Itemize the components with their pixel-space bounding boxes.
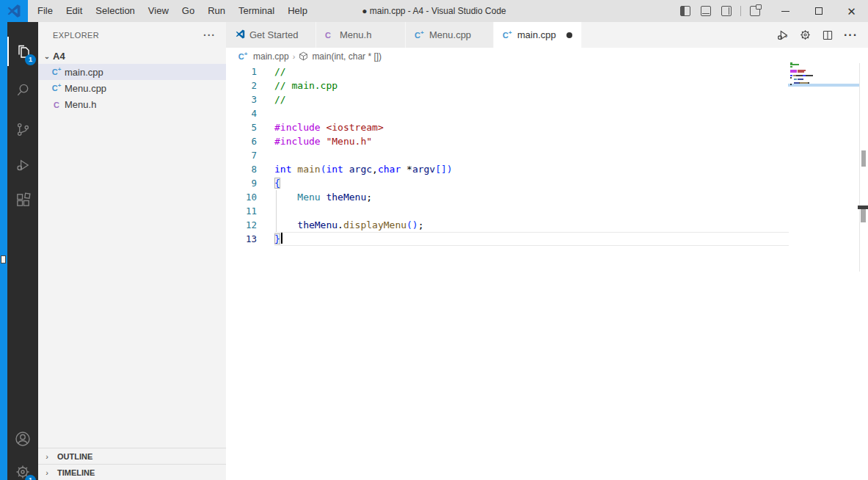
- code-line-12[interactable]: 12 theMenu.displayMenu();: [226, 218, 789, 232]
- code-line-3[interactable]: 3//: [226, 92, 789, 106]
- section-timeline[interactable]: ›TIMELINE: [38, 464, 226, 480]
- tab-menu-h[interactable]: CMenu.h: [316, 22, 406, 48]
- line-number: 13: [226, 232, 274, 246]
- toggle-sidebar-icon[interactable]: [680, 6, 690, 16]
- sidebar-header: EXPLORER ···: [38, 22, 226, 48]
- breadcrumb-file[interactable]: main.cpp: [253, 51, 289, 62]
- menu-help[interactable]: Help: [281, 0, 314, 22]
- code-line-7[interactable]: 7: [226, 148, 789, 162]
- menu-edit[interactable]: Edit: [59, 0, 89, 22]
- token: int: [326, 164, 343, 175]
- code-line-10[interactable]: 10 Menu theMenu;: [226, 190, 789, 204]
- line-content: //: [274, 92, 789, 106]
- menu-go[interactable]: Go: [175, 0, 201, 22]
- code-line-9[interactable]: 9{: [226, 176, 789, 190]
- toggle-secondary-sidebar-icon[interactable]: [721, 6, 732, 16]
- line-number: 6: [226, 134, 274, 148]
- code-line-13[interactable]: 13}: [226, 232, 789, 246]
- code-line-11[interactable]: 11: [226, 204, 789, 218]
- gear-icon[interactable]: [799, 29, 812, 41]
- menu-terminal[interactable]: Terminal: [232, 0, 281, 22]
- line-content: int main(int argc,char *argv[]): [274, 162, 789, 176]
- search-icon: [15, 81, 32, 98]
- code-line-1[interactable]: 1//: [226, 65, 789, 79]
- line-number: 3: [226, 92, 274, 106]
- run-debug-button[interactable]: ⌄: [776, 29, 789, 42]
- token: ;: [418, 219, 424, 230]
- line-number: 7: [226, 148, 274, 162]
- file-label: main.cpp: [65, 67, 103, 78]
- activity-account[interactable]: [7, 424, 38, 454]
- activity-settings[interactable]: 1: [7, 457, 38, 480]
- token: [274, 192, 297, 203]
- minimize-icon: [781, 11, 789, 12]
- line-content: theMenu.displayMenu();: [274, 218, 789, 232]
- editor-actions: ⌄ ···: [776, 22, 868, 48]
- activity-bar: 11: [7, 22, 38, 480]
- more-actions-icon[interactable]: ···: [844, 29, 858, 42]
- code-line-5[interactable]: 5#include <iostream>: [226, 120, 789, 134]
- menu-selection[interactable]: Selection: [89, 0, 141, 22]
- token: *: [406, 164, 412, 175]
- activity-run-debug[interactable]: [7, 150, 38, 180]
- tab-main-cpp[interactable]: C+main.cpp: [494, 22, 582, 48]
- overview-ruler-mark: [861, 209, 866, 222]
- titlebar-divider: [740, 6, 741, 16]
- vscode-logo-icon: [235, 29, 249, 42]
- maximize-button[interactable]: [802, 0, 835, 22]
- folder-row-a4[interactable]: ⌄ A4: [38, 48, 226, 64]
- section-label: TIMELINE: [57, 468, 95, 477]
- tab-label: Menu.cpp: [429, 29, 471, 40]
- token: .: [338, 219, 343, 230]
- cpp-file-icon: C+: [503, 29, 517, 40]
- minimize-button[interactable]: [769, 0, 802, 22]
- menubar: FileEditSelectionViewGoRunTerminalHelp: [28, 0, 314, 22]
- chevron-right-icon: ›: [41, 468, 53, 477]
- activity-source-control[interactable]: [7, 114, 38, 144]
- debug-icon: [15, 157, 32, 174]
- menu-run[interactable]: Run: [201, 0, 232, 22]
- line-content: [274, 148, 789, 162]
- minimap-line: [790, 77, 792, 79]
- activity-extensions[interactable]: [7, 185, 38, 214]
- toggle-panel-icon[interactable]: [701, 6, 711, 16]
- code-line-6[interactable]: 6#include "Menu.h": [226, 134, 789, 148]
- tab-menu-cpp[interactable]: C+Menu.cpp: [406, 22, 494, 48]
- menu-view[interactable]: View: [142, 0, 175, 22]
- cpp-file-icon: C+: [50, 66, 63, 77]
- file-row-menu.cpp[interactable]: C+Menu.cpp: [38, 80, 226, 96]
- token: argv: [412, 164, 435, 175]
- header-file-icon: C: [325, 29, 340, 40]
- activity-search[interactable]: [7, 75, 38, 104]
- menu-file[interactable]: File: [31, 0, 59, 22]
- dirty-dot-icon[interactable]: [566, 32, 572, 38]
- line-content: #include <iostream>: [274, 120, 789, 134]
- tab-label: Get Started: [249, 29, 298, 40]
- line-content: // main.cpp: [274, 79, 789, 92]
- code-editor[interactable]: 1//2// main.cpp3//45#include <iostream>6…: [226, 65, 789, 246]
- section-outline[interactable]: ›OUTLINE: [38, 448, 226, 464]
- badge: 1: [25, 54, 36, 65]
- code-line-2[interactable]: 2// main.cpp: [226, 79, 789, 92]
- header-file-icon: C: [50, 99, 63, 110]
- customize-layout-icon[interactable]: [750, 6, 760, 16]
- more-actions-icon[interactable]: ···: [199, 29, 220, 41]
- line-number: 10: [226, 190, 274, 204]
- file-row-main.cpp[interactable]: C+main.cpp: [38, 64, 226, 80]
- code-line-8[interactable]: 8int main(int argc,char *argv[]): [226, 162, 789, 176]
- indent-guide: [276, 190, 277, 232]
- activity-explorer[interactable]: 1: [7, 37, 38, 66]
- branch-icon: [15, 121, 32, 138]
- token: Menu: [297, 192, 320, 203]
- close-button[interactable]: ✕: [835, 0, 868, 22]
- breadcrumb-symbol[interactable]: main(int, char * []): [312, 51, 382, 62]
- file-row-menu.h[interactable]: CMenu.h: [38, 96, 226, 112]
- code-line-4[interactable]: 4: [226, 106, 789, 120]
- token: [343, 164, 349, 175]
- tab-get-started[interactable]: Get Started: [226, 22, 316, 48]
- split-editor-icon[interactable]: [822, 29, 834, 41]
- minimap-line: [790, 84, 792, 85]
- minimap[interactable]: [789, 62, 859, 121]
- symbol-method-icon: [299, 51, 308, 61]
- text-cursor: [281, 233, 282, 244]
